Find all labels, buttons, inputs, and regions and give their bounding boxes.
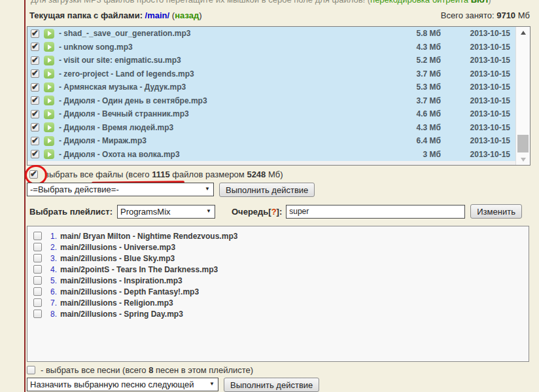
file-checkbox[interactable] bbox=[31, 150, 39, 158]
playlist-row: 3. main/2illusions - Blue Sky.mp3 bbox=[27, 253, 529, 264]
select-all-files-checkbox[interactable] bbox=[29, 170, 38, 179]
play-icon[interactable] bbox=[44, 109, 54, 119]
select-all-files-prefix: выбрать все файлы (всего bbox=[44, 169, 152, 179]
change-queue-button[interactable]: Изменить bbox=[470, 204, 522, 219]
file-size: 3.7 Мб bbox=[400, 96, 441, 105]
file-action-row: -=Выбрать действие=- Выполнить действие bbox=[27, 183, 315, 197]
song-checkbox[interactable] bbox=[33, 243, 42, 251]
file-row: - Дидюля - Один день в сентябре.mp3 3.7 … bbox=[27, 94, 515, 108]
execute-file-action-button[interactable]: Выполнить действие bbox=[219, 183, 315, 197]
file-row: - Дидюля - Мираж.mp3 6.4 Мб 2013-10-15 bbox=[27, 134, 515, 148]
select-all-songs-label: - выбрать все песни (всего 8 песен в это… bbox=[41, 365, 253, 375]
queue-label-suffix: ]: bbox=[277, 207, 283, 217]
play-icon[interactable] bbox=[44, 136, 54, 146]
select-all-files-label: выбрать все файлы (всего 1115 файлов раз… bbox=[44, 169, 283, 179]
play-icon[interactable] bbox=[44, 149, 54, 159]
file-checkbox[interactable] bbox=[31, 137, 39, 145]
file-row: - Дидюля - Вечный странник.mp3 4.6 Мб 20… bbox=[27, 107, 515, 121]
song-number: 8. bbox=[50, 310, 57, 319]
playlist-bar: Выбрать плейлист: ProgramsMix Очередь[?]… bbox=[29, 204, 522, 219]
file-name: - Дидюля - Мираж.mp3 bbox=[59, 136, 400, 145]
file-date: 2013-10-15 bbox=[441, 123, 515, 132]
upload-hint-text: Для загрузки MP3 файлов просто перетащит… bbox=[31, 0, 491, 5]
file-name: - zero-project - Land of legends.mp3 bbox=[59, 69, 400, 79]
song-checkbox[interactable] bbox=[33, 287, 42, 296]
file-checkbox[interactable] bbox=[31, 83, 39, 92]
file-checkbox[interactable] bbox=[31, 56, 39, 65]
back-link[interactable]: назад bbox=[175, 10, 199, 20]
playlist-row: 4. main/2pointS - Tears In The Darkness.… bbox=[27, 264, 529, 275]
file-name: - Дидюля - Один день в сентябре.mp3 bbox=[59, 96, 400, 105]
select-all-songs-prefix: - выбрать все песни (всего bbox=[41, 365, 148, 375]
queue-label-prefix: Очередь[ bbox=[232, 207, 271, 217]
playlist-row: 8. main/2illusions - Spring Day.mp3 bbox=[27, 308, 529, 319]
file-date: 2013-10-15 bbox=[441, 136, 515, 145]
file-size: 4.6 Мб bbox=[400, 109, 441, 118]
play-icon[interactable] bbox=[44, 122, 54, 132]
execute-song-action-button[interactable]: Выполнить действие bbox=[224, 378, 319, 392]
file-checkbox[interactable] bbox=[31, 29, 39, 38]
current-folder-label: Текущая папка с файлами: bbox=[29, 10, 143, 20]
song-action-select[interactable]: Назначить выбранную песню следующей bbox=[27, 378, 218, 391]
folder-path-link[interactable]: /main/ bbox=[145, 10, 170, 20]
play-icon[interactable] bbox=[44, 56, 54, 65]
play-icon[interactable] bbox=[44, 69, 54, 79]
song-action-select-wrap: Назначить выбранную песню следующей bbox=[27, 378, 218, 391]
playlist-row: 1. main/ Bryan Milton - Nightime Rendezv… bbox=[27, 230, 529, 241]
file-size: 6.4 Мб bbox=[400, 136, 441, 145]
file-list-scrollbar[interactable] bbox=[515, 27, 530, 165]
upload-hint-prefix: Для загрузки MP3 файлов просто перетащит… bbox=[31, 0, 370, 5]
song-action-row: Назначить выбранную песню следующей Выпо… bbox=[27, 378, 319, 392]
file-name: - visit our site: enigmatic.su.mp3 bbox=[59, 56, 400, 65]
song-name: main/2illusions - Universe.mp3 bbox=[60, 243, 175, 252]
file-date: 2013-10-15 bbox=[441, 69, 515, 79]
play-icon[interactable] bbox=[44, 29, 54, 39]
queue-label: Очередь[?]: bbox=[232, 207, 282, 217]
song-checkbox[interactable] bbox=[33, 254, 42, 262]
files-total-size: 5248 bbox=[247, 169, 266, 179]
queue-input[interactable] bbox=[286, 205, 465, 219]
disk-usage-unit: Мб bbox=[518, 10, 530, 20]
song-number: 6. bbox=[50, 287, 57, 296]
bitrate-recode-link[interactable]: перекодировка битрейта bbox=[370, 0, 468, 5]
disk-usage: Всего занято: 9710 Мб bbox=[441, 10, 530, 20]
play-icon[interactable] bbox=[44, 42, 54, 52]
file-row: - Армянская музыка - Дудук.mp3 5.3 Мб 20… bbox=[27, 80, 515, 94]
song-name: main/2illusions - Blue Sky.mp3 bbox=[60, 254, 175, 263]
file-date: 2013-10-15 bbox=[441, 109, 515, 118]
file-row: - Дидюля - Охота на волка.mp3 3 Мб 2013-… bbox=[27, 148, 515, 162]
select-all-files-row: выбрать все файлы (всего 1115 файлов раз… bbox=[29, 169, 283, 179]
file-action-select[interactable]: -=Выбрать действие=- bbox=[27, 183, 214, 196]
song-checkbox[interactable] bbox=[33, 265, 42, 274]
file-checkbox[interactable] bbox=[31, 96, 39, 105]
file-checkbox[interactable] bbox=[31, 69, 39, 78]
song-checkbox[interactable] bbox=[33, 232, 42, 240]
file-size: 5.3 Мб bbox=[400, 82, 441, 92]
scroll-down-icon[interactable] bbox=[516, 154, 530, 165]
file-row: - visit our site: enigmatic.su.mp3 5.2 М… bbox=[27, 54, 515, 67]
file-name: - Дидюля - Вечный странник.mp3 bbox=[59, 109, 400, 118]
file-date: 2013-10-15 bbox=[441, 150, 515, 159]
song-number: 1. bbox=[50, 232, 57, 241]
song-checkbox[interactable] bbox=[33, 276, 42, 285]
file-checkbox[interactable] bbox=[31, 123, 39, 132]
file-list-box: - shad_-_save_our_generation.mp3 5.8 Мб … bbox=[27, 26, 530, 166]
current-folder: Текущая папка с файлами: /main/ (назад) bbox=[29, 10, 202, 20]
song-checkbox[interactable] bbox=[33, 310, 42, 318]
playlist-select[interactable]: ProgramsMix bbox=[117, 205, 215, 219]
file-size: 4.3 Мб bbox=[400, 123, 441, 132]
file-checkbox[interactable] bbox=[31, 43, 39, 51]
file-row: - unknow song.mp3 4.3 Мб 2013-10-15 bbox=[27, 41, 515, 54]
select-all-songs-checkbox[interactable] bbox=[27, 366, 35, 374]
bitrate-status: ВКЛ bbox=[468, 0, 488, 5]
queue-help-icon[interactable]: ? bbox=[271, 207, 277, 217]
scrollbar-thumb[interactable] bbox=[517, 135, 529, 152]
file-checkbox[interactable] bbox=[31, 110, 39, 118]
play-icon[interactable] bbox=[44, 82, 54, 92]
scroll-up-icon[interactable] bbox=[516, 27, 530, 38]
file-date: 2013-10-15 bbox=[441, 43, 515, 52]
select-all-files-mid: файлов размером bbox=[170, 169, 247, 179]
song-name: main/2pointS - Tears In The Darkness.mp3 bbox=[60, 265, 218, 274]
play-icon[interactable] bbox=[44, 96, 54, 105]
song-checkbox[interactable] bbox=[33, 298, 42, 307]
